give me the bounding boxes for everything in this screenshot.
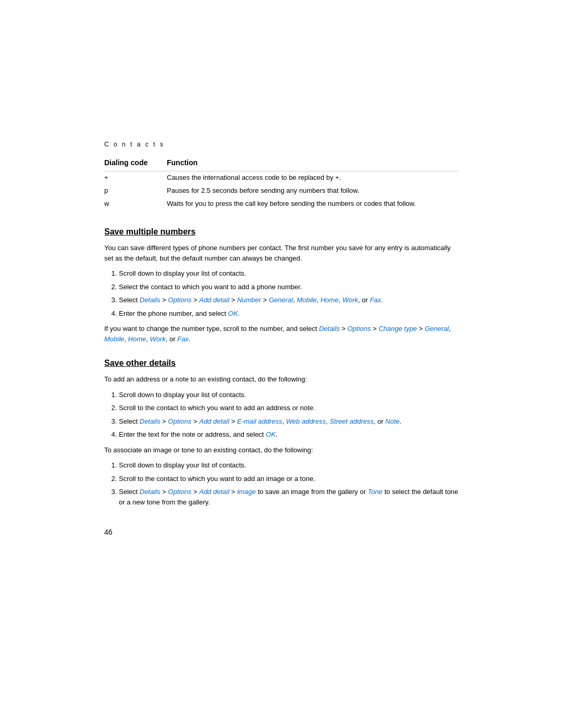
step3-fax-link: Fax [370,296,381,304]
list-item: Scroll down to display your list of cont… [119,460,459,471]
section2-heading: Save other details [104,359,459,368]
s2b-step3-mid: to save an image from the gallery or [256,488,368,496]
note-gt2: > [371,325,378,332]
step2-text: Select the contact to which you want to … [119,283,302,291]
step3-gt2: > [191,296,199,304]
step3-period: . [381,296,383,304]
step4-ok-link: OK [228,310,238,317]
s2-step3-add-link: Add detail [199,417,229,425]
list-item: Scroll to the contact to which you want … [119,474,459,484]
s2-step3-period: . [400,417,402,425]
s2-step3-gt3: > [229,417,237,425]
note-comma1: , [449,325,451,332]
note-general-link: General [425,325,449,332]
note-period: . [189,335,191,343]
table-cell-code: + [104,171,167,185]
table-row: wWaits for you to press the call key bef… [104,198,459,211]
s2b-step2-text: Scroll to the contact to which you want … [119,475,315,483]
s2-step3-options-link: Options [168,417,191,425]
section1-intro: You can save different types of phone nu… [104,243,459,263]
step3-home-link: Home [321,296,339,304]
table-row: pPauses for 2.5 seconds before sending a… [104,184,459,198]
section2-steps-part2: Scroll down to display your list of cont… [119,460,459,507]
s2-step3-details-link: Details [140,417,161,425]
section2-intro: To add an address or a note to an existi… [104,374,459,385]
list-item: Enter the text for the note or address, … [119,429,459,440]
s2b-step3-tone-link: Tone [368,488,382,496]
note-gt3: > [417,325,425,332]
s2b-step3-gt3: > [229,488,237,496]
section1-note: If you want to change the number type, s… [104,324,459,344]
step4-suffix: . [238,310,240,317]
section1-heading: Save multiple numbers [104,227,459,237]
s2-step3-note-link: Note [385,417,399,425]
step3-general-link: General [269,296,293,304]
step3-number-link: Number [237,296,261,304]
list-item: Select Details > Options > Add detail > … [119,416,459,427]
note-mobile-link: Mobile [104,335,124,343]
table-cell-function: Causes the international access code to … [167,171,459,185]
step3-comma2: , [316,296,320,304]
section-label: C o n t a c t s [104,141,459,148]
step3-gt4: > [261,296,269,304]
s2-step3-gt1: > [161,417,168,425]
page: C o n t a c t s Dialing code Function +C… [0,0,563,728]
s2-step4-period: . [276,430,278,438]
list-item: Scroll down to display your list of cont… [119,268,459,279]
note-work-link: Work [150,335,165,343]
note-comma-or: , or [166,335,177,343]
section1-steps: Scroll down to display your list of cont… [119,268,459,318]
table-cell-function: Waits for you to press the call key befo… [167,198,459,211]
table-cell-code: w [104,198,167,211]
s2-step3-street-link: Street address [329,417,374,425]
list-item: Select the contact to which you want to … [119,282,459,292]
s2b-step3-options-link: Options [168,488,191,496]
table-cell-code: p [104,184,167,198]
s2b-step3-gt2: > [191,488,199,496]
s2b-step1-text: Scroll down to display your list of cont… [119,461,246,469]
step3-prefix: Select [119,296,140,304]
table-header-function: Function [167,156,459,171]
section2-note2: To associate an image or tone to an exis… [104,445,459,455]
s2-step4-ok-link: OK [266,430,276,438]
s2b-step3-details-link: Details [140,488,161,496]
list-item: Scroll to the contact to which you want … [119,403,459,413]
step4-prefix: Enter the phone number, and select [119,310,228,317]
s2-step2-text: Scroll to the contact to which you want … [119,404,315,412]
s2-step1-text: Scroll down to display your list of cont… [119,391,246,399]
s2b-step3-prefix: Select [119,488,140,496]
note-prefix: If you want to change the number type, s… [104,325,319,332]
s2b-step3-image-link: Image [237,488,256,496]
dialing-table: Dialing code Function +Causes the intern… [104,156,459,211]
step3-gt1: > [161,296,168,304]
s2-step3-web-link: Web address [286,417,326,425]
step3-details-link: Details [140,296,161,304]
list-item: Scroll down to display your list of cont… [119,390,459,400]
step3-comma-or: , or [358,296,370,304]
list-item: Select Details > Options > Add detail > … [119,487,459,507]
step3-adddetail-link: Add detail [199,296,229,304]
page-number: 46 [104,528,459,536]
section2-steps-part1: Scroll down to display your list of cont… [119,390,459,440]
note-home-link: Home [128,335,146,343]
note-details-link: Details [319,325,340,332]
s2-step4-prefix: Enter the text for the note or address, … [119,430,266,438]
list-item: Enter the phone number, and select OK. [119,309,459,319]
note-change-link: Change type [378,325,417,332]
note-fax-link: Fax [177,335,189,343]
list-item: Select Details > Options > Add detail > … [119,295,459,305]
step3-mobile-link: Mobile [297,296,316,304]
step3-options-link: Options [168,296,191,304]
step3-work-link: Work [342,296,358,304]
s2b-step3-gt1: > [161,488,168,496]
step3-comma3: , [338,296,342,304]
note-gt1: > [340,325,348,332]
s2-step3-comma-or: , or [374,417,385,425]
table-row: +Causes the international access code to… [104,171,459,185]
content-area: C o n t a c t s Dialing code Function +C… [104,0,459,567]
note-comma2: , [124,335,128,343]
s2-step3-gt2: > [191,417,199,425]
note-options-link: Options [347,325,371,332]
s2-step3-prefix: Select [119,417,140,425]
s2-step3-email-link: E-mail address [237,417,283,425]
